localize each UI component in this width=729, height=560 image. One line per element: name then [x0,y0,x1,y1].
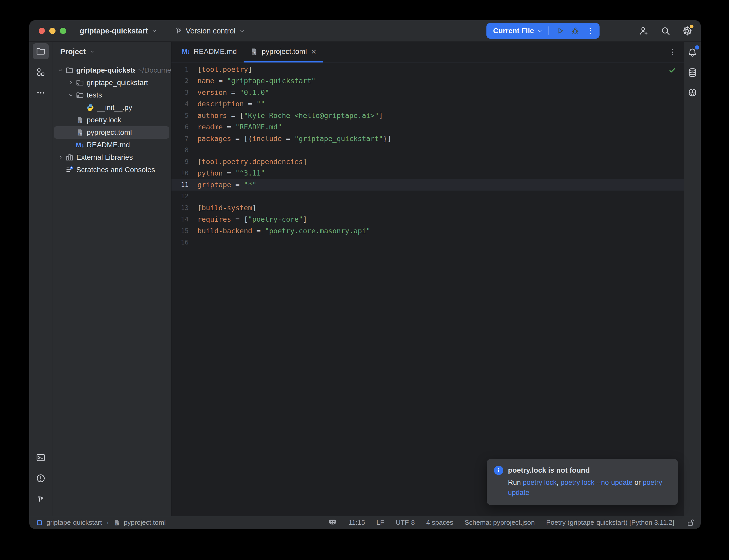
tree-item-label: griptape-quickstart [76,66,135,74]
structure-icon [36,67,45,77]
chevron-down-icon[interactable] [56,67,65,73]
tree-item--init-py[interactable]: __init__.py [52,101,171,114]
vcs-widget[interactable]: Version control [175,27,245,35]
project-panel: Project griptape-quickstart~/Documegript… [52,42,171,516]
minimize-window-button[interactable] [49,28,55,34]
titlebar-actions [638,25,701,37]
problems-tool-button[interactable] [33,470,49,486]
status-item-4-spaces[interactable]: 4 spaces [426,519,453,527]
run-button[interactable] [554,25,566,37]
status-item-schema[interactable]: Schema: pyproject.json [465,519,535,527]
tree-item-readme-md[interactable]: M↓README.md [52,139,171,151]
inspections-check-icon[interactable] [668,66,676,74]
code-editor[interactable]: 1[tool.poetry]2name = "griptape-quicksta… [171,63,684,516]
line-number: 15 [171,227,197,235]
project-selector[interactable]: griptape-quickstart [80,27,158,35]
code-line-13[interactable]: 13[build-system] [171,202,684,214]
code-line-14[interactable]: 14requires = ["poetry-core"] [171,214,684,225]
left-tool-strip [29,42,52,516]
structure-tool-button[interactable] [33,64,49,80]
status-item-lf[interactable]: LF [377,519,384,527]
line-number: 12 [171,192,197,200]
tree-item-label: pyproject.toml [87,128,132,137]
code-text: version = "0.1.0" [197,88,269,96]
maximize-window-button[interactable] [60,28,66,34]
kebab-icon [668,48,677,56]
code-line-16[interactable]: 16 [171,237,684,248]
tree-item-external-libraries[interactable]: External Libraries [52,151,171,164]
project-tool-button[interactable] [33,43,49,59]
breadcrumb-separator: › [106,519,110,526]
ai-assistant-tool-button[interactable] [685,85,700,101]
line-number: 5 [171,112,197,119]
tree-item-label: griptape_quickstart [87,79,148,87]
toml-file-icon: [T] [250,48,258,55]
tree-item-scratches-and-consoles[interactable]: Scratches and Consoles [52,164,171,176]
code-line-7[interactable]: 7packages = [{include = "griptape_quicks… [171,133,684,144]
tree-item-tests[interactable]: tests [52,89,171,101]
tree-item-poetry-lock[interactable]: [T]poetry.lock [52,114,171,126]
tab-readme-md[interactable]: M↓README.md [175,42,243,62]
code-line-1[interactable]: 1[tool.poetry] [171,64,684,75]
chevron-down-icon[interactable] [66,92,75,98]
tab-pyproject-toml[interactable]: [T]pyproject.toml× [243,42,323,62]
python-icon [86,103,95,112]
chevron-down-icon [89,48,95,55]
database-tool-button[interactable] [685,65,700,81]
run-widget[interactable]: Current File [487,23,600,39]
ai-assistant-icon [687,87,698,98]
editor-area: M↓README.md[T]pyproject.toml× 1[tool.poe… [171,42,684,516]
notification-text: Run [508,479,523,486]
tree-item-griptape-quickstart[interactable]: griptape-quickstart~/Docume [52,64,171,76]
code-text: [build-system] [197,204,256,212]
search-everywhere-button[interactable] [660,25,671,37]
chevron-right-icon[interactable] [56,154,65,160]
project-panel-header[interactable]: Project [52,42,171,61]
markdown-icon: M↓ [75,141,85,149]
status-item-poetry-griptape-quickstart-python-3-11-2-[interactable]: Poetry (griptape-quickstart) [Python 3.1… [546,519,674,527]
tab-label: README.md [193,47,236,56]
breadcrumb-item[interactable]: griptape-quickstart [46,519,102,527]
lock-icon[interactable] [687,519,695,527]
code-line-9[interactable]: 9[tool.poetry.dependencies] [171,156,684,167]
code-line-4[interactable]: 4description = "" [171,98,684,110]
notification-body: Run poetry lock, poetry lock --no-update… [508,478,671,498]
code-line-5[interactable]: 5authors = ["Kyle Roche <hello@griptape.… [171,110,684,121]
debug-button[interactable] [569,25,581,37]
status-item-utf-8[interactable]: UTF-8 [396,519,415,527]
code-line-12[interactable]: 12 [171,191,684,202]
line-number: 9 [171,158,197,165]
more-tools-button[interactable] [33,85,49,101]
breadcrumb-item[interactable]: pyproject.toml [124,519,166,527]
tree-item-griptape-quickstart[interactable]: griptape_quickstart [52,76,171,89]
code-line-3[interactable]: 3version = "0.1.0" [171,87,684,98]
close-window-button[interactable] [39,28,45,34]
breadcrumbs: griptape-quickstart›[T]pyproject.toml [36,519,328,527]
status-item-11[interactable]: 11:15 [349,519,365,527]
git-tool-button[interactable] [33,491,49,507]
close-tab-icon[interactable]: × [311,47,316,56]
git-branch-icon [175,27,183,35]
code-line-8[interactable]: 8 [171,144,684,156]
chevron-right-icon[interactable] [66,80,75,86]
copilot-icon[interactable] [328,518,337,527]
code-line-10[interactable]: 10python = "^3.11" [171,167,684,179]
notification-link[interactable]: poetry lock [523,479,557,486]
add-user-button[interactable] [638,25,649,37]
vcs-widget-label: Version control [186,27,235,35]
notification-link[interactable]: poetry lock --no-update [561,479,633,486]
project-tree: griptape-quickstart~/Documegriptape_quic… [52,61,171,176]
code-line-2[interactable]: 2name = "griptape-quickstart" [171,75,684,87]
toml-file-icon: [T] [75,116,85,124]
code-line-6[interactable]: 6readme = "README.md" [171,121,684,133]
code-line-11[interactable]: 11griptape = "*" [171,179,684,191]
external-libraries-icon [65,153,74,162]
tree-item-pyproject-toml[interactable]: [T]pyproject.toml [54,126,169,139]
settings-button[interactable] [682,25,693,37]
code-line-15[interactable]: 15build-backend = "poetry.core.masonry.a… [171,225,684,237]
notifications-button[interactable] [685,44,700,60]
terminal-tool-button[interactable] [33,450,49,466]
tab-options-button[interactable] [668,48,677,56]
run-more-button[interactable] [584,25,596,37]
status-bar: griptape-quickstart›[T]pyproject.toml 11… [29,516,701,529]
